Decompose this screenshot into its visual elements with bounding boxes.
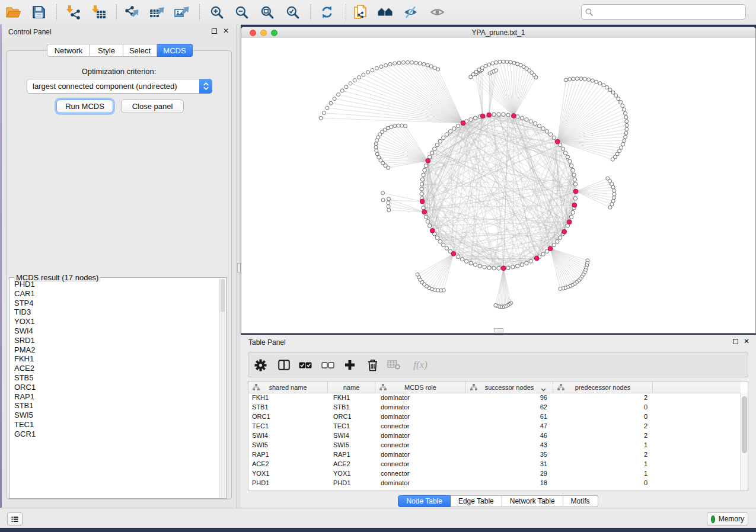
cell-MCDS-role: connector	[375, 460, 466, 467]
mcds-result-item[interactable]: GCR1	[10, 430, 220, 439]
table-tab-edge-table[interactable]: Edge Table	[451, 495, 502, 507]
deselect-all-button[interactable]	[319, 357, 337, 373]
table-row[interactable]: TEC1TEC1connector472	[248, 421, 741, 431]
cell-successor-nodes: 96	[466, 394, 553, 401]
scrollbar-thumb[interactable]	[221, 279, 225, 312]
table-row[interactable]: ORC1ORC1dominator610	[248, 412, 741, 421]
table-row[interactable]: SWI5SWI5connector431	[248, 440, 741, 450]
network-graph[interactable]	[241, 38, 756, 332]
tab-network[interactable]: Network	[47, 44, 90, 57]
import-network-button[interactable]	[63, 2, 83, 22]
toolbar-separator	[56, 4, 57, 20]
export-image-button[interactable]	[171, 2, 192, 22]
table-row[interactable]: STB1STB1dominator620	[248, 402, 741, 412]
select-all-button[interactable]	[296, 357, 314, 373]
cell-name: TEC1	[328, 422, 375, 430]
export-network-icon	[124, 5, 140, 20]
column-header-successor-nodes[interactable]: successor nodes	[466, 382, 553, 393]
delete-column-button[interactable]	[363, 357, 381, 373]
cell-successor-nodes: 47	[466, 422, 553, 430]
cell-shared-name: TEC1	[248, 422, 328, 430]
table-row[interactable]: ACE2ACE2connector311	[248, 459, 741, 469]
cell-shared-name: PHD1	[248, 479, 328, 486]
mcds-result-item[interactable]: SWI4	[10, 326, 220, 336]
split-table-view-button[interactable]	[275, 357, 293, 373]
column-header-MCDS-role[interactable]: MCDS role	[375, 382, 466, 393]
cell-name: SWI4	[328, 432, 375, 439]
mcds-result-item[interactable]: TEC1	[10, 420, 220, 430]
float-table-panel-icon[interactable]	[733, 339, 738, 344]
save-session-button[interactable]	[28, 2, 49, 22]
refresh-layout-button[interactable]	[317, 2, 337, 22]
mcds-result-item[interactable]: YOX1	[10, 317, 220, 326]
mcds-result-item[interactable]: STB1	[10, 401, 220, 411]
zoom-in-button[interactable]	[206, 2, 227, 22]
table-row[interactable]: SWI4SWI4dominator462	[248, 431, 741, 440]
mcds-result-item[interactable]: PMA2	[10, 345, 220, 355]
tab-style[interactable]: Style	[90, 44, 123, 57]
column-header-label: successor nodes	[485, 384, 534, 391]
table-row[interactable]: RAP1RAP1dominator352	[248, 450, 741, 459]
table-tab-network-table[interactable]: Network Table	[502, 495, 563, 507]
zoom-out-button[interactable]	[231, 2, 251, 22]
network-canvas[interactable]	[241, 38, 755, 333]
horizontal-splitter-handle[interactable]	[494, 328, 503, 332]
column-type-icon	[470, 384, 477, 390]
cell-name: RAP1	[328, 451, 375, 458]
mcds-result-item[interactable]: PHD1	[10, 280, 220, 289]
table-tab-node-table[interactable]: Node Table	[398, 495, 451, 507]
mcds-result-item[interactable]: FKH1	[10, 354, 220, 364]
table-mode-button[interactable]	[7, 512, 23, 525]
tab-mcds[interactable]: MCDS	[157, 44, 193, 57]
mcds-result-item[interactable]: TID3	[10, 307, 220, 317]
share-document-button[interactable]	[350, 2, 370, 22]
add-column-button[interactable]	[341, 357, 359, 373]
mcds-result-item[interactable]: STP4	[10, 299, 220, 308]
show-graphics-button[interactable]	[427, 2, 447, 22]
run-mcds-button[interactable]: Run MCDS	[56, 100, 113, 113]
mcds-result-item[interactable]: ACE2	[10, 364, 220, 373]
table-row[interactable]: YOX1YOX1connector291	[248, 469, 741, 478]
export-network-button[interactable]	[122, 2, 142, 22]
table-scrollbar[interactable]	[740, 393, 748, 491]
optimization-criterion-dropdown[interactable]: largest connected component (undirected)	[27, 79, 212, 94]
mcds-result-item[interactable]: STB5	[10, 373, 220, 383]
table-settings-button[interactable]	[251, 357, 269, 373]
close-table-panel-icon[interactable]: ✕	[744, 337, 749, 345]
home-button[interactable]	[375, 2, 395, 22]
gear-icon	[254, 359, 267, 371]
column-header-name[interactable]: name	[328, 382, 375, 393]
cell-name: SWI5	[328, 441, 375, 448]
column-header-predecessor-nodes[interactable]: predecessor nodes	[553, 382, 653, 393]
memory-button[interactable]: Memory	[707, 512, 748, 525]
zoom-fit-button[interactable]	[257, 2, 277, 22]
network-window-titlebar[interactable]: YPA_prune.txt_1	[241, 27, 755, 39]
hide-graphics-button[interactable]	[400, 2, 420, 22]
search-input[interactable]	[596, 7, 742, 17]
search-field[interactable]	[581, 4, 746, 20]
close-panel-button[interactable]: Close panel	[121, 100, 184, 113]
tab-select[interactable]: Select	[123, 44, 157, 57]
open-file-button[interactable]	[3, 2, 23, 22]
mcds-result-item[interactable]: RAP1	[10, 392, 220, 402]
column-header-shared-name[interactable]: shared name	[248, 382, 328, 393]
folder-icon	[5, 5, 21, 19]
import-table-button[interactable]	[88, 2, 109, 22]
table-tab-motifs[interactable]: Motifs	[563, 495, 598, 507]
close-panel-icon[interactable]: ✕	[223, 27, 229, 35]
cell-predecessor-nodes: 2	[553, 394, 653, 401]
node-table: shared namenameMCDS rolesuccessor nodesp…	[248, 381, 748, 491]
mcds-result-item[interactable]: SWI5	[10, 411, 220, 420]
mcds-result-item[interactable]: ORC1	[10, 383, 220, 392]
document-share-icon	[353, 4, 368, 20]
table-scrollbar-thumb[interactable]	[742, 396, 747, 453]
mcds-result-item[interactable]: SRD1	[10, 336, 220, 345]
result-list-scrollbar[interactable]	[219, 278, 225, 498]
export-table-button[interactable]	[146, 2, 167, 22]
mcds-result-item[interactable]: CAR1	[10, 289, 220, 299]
cell-MCDS-role: dominator	[375, 413, 466, 420]
table-row[interactable]: PHD1PHD1dominator180	[248, 478, 741, 488]
float-panel-icon[interactable]	[212, 28, 217, 34]
table-row[interactable]: FKH1FKH1dominator962	[248, 393, 741, 402]
zoom-selected-button[interactable]	[282, 2, 302, 22]
